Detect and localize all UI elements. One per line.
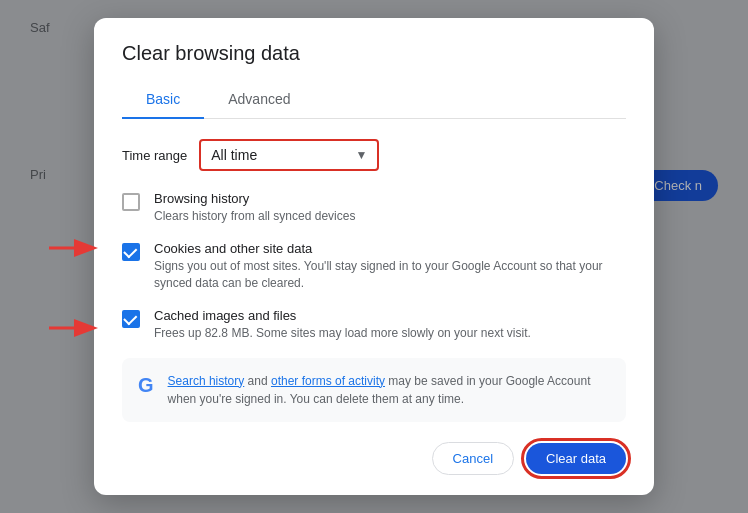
select-arrow-icon: ▼ (355, 148, 367, 162)
option-title-cookies: Cookies and other site data (154, 241, 626, 256)
info-box: G Search history and other forms of acti… (122, 358, 626, 422)
option-title-browsing-history: Browsing history (154, 191, 626, 206)
cancel-button[interactable]: Cancel (432, 442, 514, 475)
option-desc-browsing-history: Clears history from all synced devices (154, 208, 626, 225)
tab-basic[interactable]: Basic (122, 81, 204, 119)
time-range-select-wrapper[interactable]: All time Last hour Last 24 hours Last 7 … (199, 139, 379, 171)
time-range-select[interactable]: All time Last hour Last 24 hours Last 7 … (211, 147, 347, 163)
info-box-text: Search history and other forms of activi… (168, 372, 610, 408)
option-row-cached: Cached images and files Frees up 82.8 MB… (122, 308, 626, 342)
clear-data-button[interactable]: Clear data (526, 443, 626, 474)
checkbox-cookies[interactable] (122, 243, 140, 261)
checkbox-browsing-history[interactable] (122, 193, 140, 211)
option-row-cookies: Cookies and other site data Signs you ou… (122, 241, 626, 292)
modal-overlay: Clear browsing data Basic Advanced Time … (0, 0, 748, 513)
info-link-search-history[interactable]: Search history (168, 374, 245, 388)
arrow1-icon (44, 233, 99, 263)
dialog-footer: Cancel Clear data (122, 442, 626, 475)
google-g-icon: G (138, 374, 154, 397)
checkbox-cached-box[interactable] (122, 310, 140, 328)
option-text-cached: Cached images and files Frees up 82.8 MB… (154, 308, 626, 342)
checkbox-browsing-history-box[interactable] (122, 193, 140, 211)
tabs-container: Basic Advanced (122, 81, 626, 119)
info-and-text: and (248, 374, 271, 388)
time-range-row: Time range All time Last hour Last 24 ho… (122, 139, 626, 171)
checkbox-cookies-box[interactable] (122, 243, 140, 261)
option-desc-cached: Frees up 82.8 MB. Some sites may load mo… (154, 325, 626, 342)
option-text-browsing-history: Browsing history Clears history from all… (154, 191, 626, 225)
clear-browsing-data-dialog: Clear browsing data Basic Advanced Time … (94, 18, 654, 494)
checkbox-cached[interactable] (122, 310, 140, 328)
option-title-cached: Cached images and files (154, 308, 626, 323)
arrow2-icon (44, 313, 99, 343)
option-text-cookies: Cookies and other site data Signs you ou… (154, 241, 626, 292)
dialog-title: Clear browsing data (122, 42, 626, 65)
option-desc-cookies: Signs you out of most sites. You'll stay… (154, 258, 626, 292)
info-link-other-forms[interactable]: other forms of activity (271, 374, 385, 388)
option-row-browsing-history: Browsing history Clears history from all… (122, 191, 626, 225)
time-range-label: Time range (122, 148, 187, 163)
tab-advanced[interactable]: Advanced (204, 81, 314, 119)
